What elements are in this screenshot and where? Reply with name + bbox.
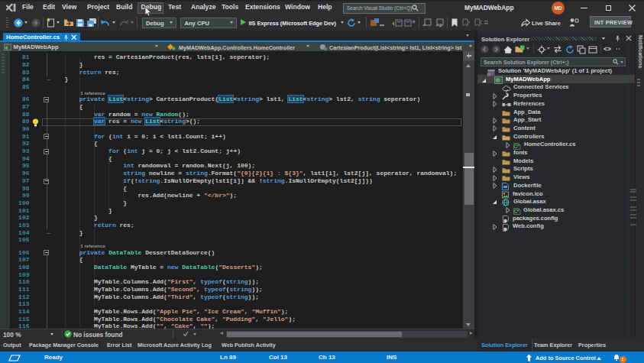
svg-text:#: # <box>517 209 519 212</box>
svg-text:#: # <box>517 144 519 147</box>
